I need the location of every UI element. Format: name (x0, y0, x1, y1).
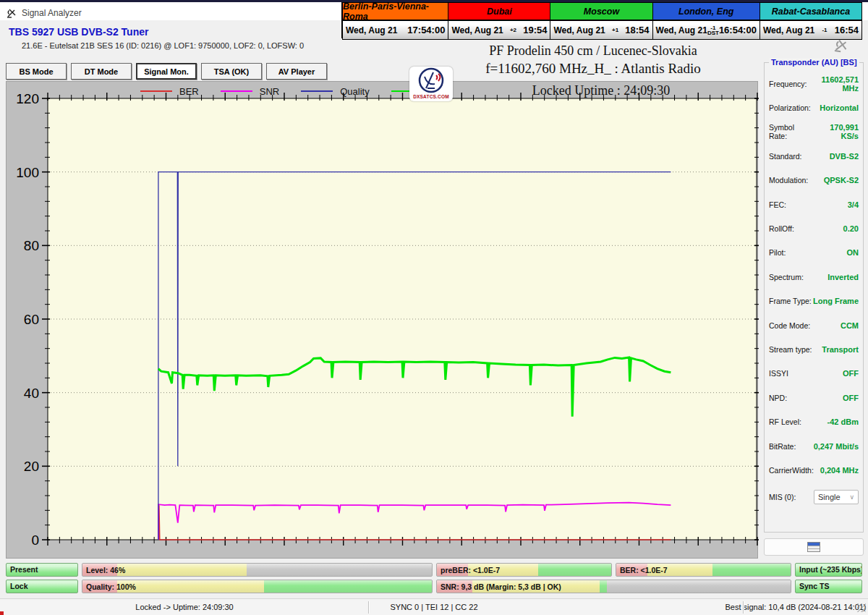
svg-text:60: 60 (24, 312, 39, 327)
transponder-value: 0,204 MHz (820, 466, 859, 475)
locked-uptime-text: Locked Uptime : 24:09:30 (449, 83, 753, 98)
transponder-row: Standard:DVB-S2 (769, 144, 859, 168)
transponder-label: FEC: (769, 200, 786, 209)
transponder-label: Code Mode: (769, 321, 810, 330)
transponder-value: DVB-S2 (830, 152, 859, 161)
logo-text: DXSATCS.COM (413, 94, 449, 99)
statusbar-sync: SYNC 0 | TEI 12 | CC 22 (289, 603, 579, 611)
utc-offset: -1 (820, 27, 830, 33)
mis-row: MIS (0):Single∨ (769, 483, 859, 512)
preber-gauge: preBER: <1.0E-7 (436, 563, 612, 577)
transponder-row: Modulation:QPSK-S2 (769, 169, 859, 192)
transponder-value: Long Frame (813, 297, 859, 305)
legend-item: SNR (221, 86, 279, 97)
svg-text:40: 40 (24, 386, 39, 401)
transponder-list-button[interactable] (764, 538, 864, 556)
tab-tsa[interactable]: TSA (OK) (201, 63, 262, 80)
site-title: PF Prodelin 450 cm / Lucenec-Slovakia (434, 43, 752, 59)
clock-time: 16:54:00 (719, 25, 757, 35)
sync-ts-indicator: Sync TS (795, 580, 862, 593)
transponder-panel-title: Transponder (AU) [BS] (769, 58, 859, 67)
gauge-shine (82, 564, 432, 576)
svg-text:120: 120 (16, 91, 39, 106)
transponder-row: RollOff:0.20 (769, 216, 859, 240)
transponder-label: CarrierWidth: (769, 466, 814, 475)
transponder-row: Frequency:11602,571 MHz (769, 72, 859, 96)
transponder-label: Polarization: (769, 103, 811, 112)
transponder-row: FEC:3/4 (769, 192, 859, 216)
clock-time: 17:54:00 (407, 25, 445, 35)
transponder-row: NPD:OFF (769, 386, 859, 410)
clock-time: 16:54 (835, 25, 859, 35)
transponder-value: ON (847, 248, 859, 257)
transponder-row: Stream type:Transport (769, 337, 859, 361)
svg-text:0: 0 (31, 533, 39, 548)
snr-gauge: SNR: 9,3 dB (Margin: 5,3 dB | OK) (436, 580, 791, 593)
transponder-row: CarrierWidth:0,204 MHz (769, 458, 859, 482)
world-clocks: Berlin-Paris-Vienna-Roma Dubai Moscow Lo… (341, 2, 862, 38)
transponder-label: RF Level: (769, 417, 801, 426)
transponder-label: NPD: (769, 394, 787, 402)
resize-grip[interactable] (857, 603, 866, 612)
statusbar-uptime: Locked -> Uptime: 24:09:30 (58, 603, 311, 611)
transponder-row: Pilot:ON (769, 241, 859, 265)
mis-dropdown[interactable]: Single∨ (814, 490, 859, 504)
legend-label: Quality (340, 86, 369, 97)
clock-date: Wed, Aug 21 (763, 25, 814, 35)
signal-chart-panel: BERSNRQualityLevel Locked Uptime : 24:09… (6, 81, 758, 559)
legend-label: SNR (260, 86, 279, 97)
level-gauge: Level: 46% (82, 563, 433, 577)
mis-label: MIS (0): (769, 493, 796, 501)
clock-time-moscow: Wed, Aug 21 +1 18:54 (550, 20, 652, 40)
window-title: Signal Analyzer (22, 8, 82, 18)
clock-city-moscow: Moscow (550, 2, 652, 20)
transponder-value: QPSK-S2 (824, 176, 859, 184)
legend-swatch-ber (140, 90, 172, 92)
svg-text:20: 20 (24, 459, 39, 474)
transponder-label: Frequency: (769, 80, 807, 88)
lock-indicator: Lock (6, 580, 78, 593)
mode-tabs: BS Mode DT Mode Signal Mon. TSA (OK) AV … (6, 63, 327, 80)
statusbar-best-signal: Best signal: 10,4 dB (2024-08-21 14:01) (651, 603, 868, 611)
transponder-label: Spectrum: (769, 273, 804, 281)
transponder-label: Modulation: (769, 176, 808, 184)
transponder-row: BitRate:0,247 Mbit/s (769, 434, 859, 458)
clock-city-rabat: Rabat-Casablanca (760, 2, 862, 20)
statusbar-divider (368, 601, 369, 614)
transponder-value: OFF (843, 369, 859, 378)
transponder-label: Standard: (769, 152, 802, 161)
tuner-title: TBS 5927 USB DVB-S2 Tuner (9, 26, 148, 38)
transponder-value: 0,247 Mbit/s (814, 442, 859, 451)
record-dot (0, 611, 4, 615)
dxsatcs-logo: DXSATCS.COM (409, 67, 453, 101)
clock-city-london: London, Eng (652, 2, 760, 20)
clock-time-london: Wed, Aug 21 -1DST 16:54:00 (652, 20, 760, 40)
antenna-status-icon (832, 37, 850, 58)
tab-bs-mode[interactable]: BS Mode (6, 63, 67, 80)
utc-offset: +1 (610, 27, 621, 33)
antenna-app-icon (6, 7, 17, 22)
gauge-label: SNR: 9,3 dB (Margin: 5,3 dB | OK) (441, 580, 561, 593)
legend-item: BER (140, 86, 199, 97)
tab-dt-mode[interactable]: DT Mode (71, 63, 132, 80)
gauge-label: preBER: <1.0E-7 (441, 564, 500, 577)
clock-city-berlin: Berlin-Paris-Vienna-Roma (342, 2, 448, 20)
transponder-panel: Transponder (AU) [BS] Frequency:11602,57… (764, 62, 864, 533)
transponder-value: Inverted (827, 273, 859, 281)
mis-value: Single (818, 493, 841, 501)
clock-time-dubai: Wed, Aug 21 +2 19:54 (448, 20, 550, 40)
transponder-label: Stream type: (769, 345, 812, 354)
list-window-icon (807, 542, 820, 552)
clock-date: Wed, Aug 21 (553, 25, 605, 35)
clock-date: Wed, Aug 21 (451, 25, 503, 35)
transponder-row: Code Mode:CCM (769, 313, 859, 337)
legend-item: Quality (301, 86, 369, 97)
legend-label: BER (179, 86, 199, 97)
transponder-value: 170,991 KS/s (812, 123, 859, 140)
gauge-label: Quality: 100% (86, 580, 136, 593)
chart-svg: 020406080100120 (7, 82, 759, 559)
tab-signal-mon[interactable]: Signal Mon. (136, 63, 197, 80)
tab-av-player[interactable]: AV Player (266, 63, 327, 80)
transponder-rows: Frequency:11602,571 MHzPolarization:Hori… (769, 72, 859, 512)
satellite-dish-icon (417, 67, 445, 94)
